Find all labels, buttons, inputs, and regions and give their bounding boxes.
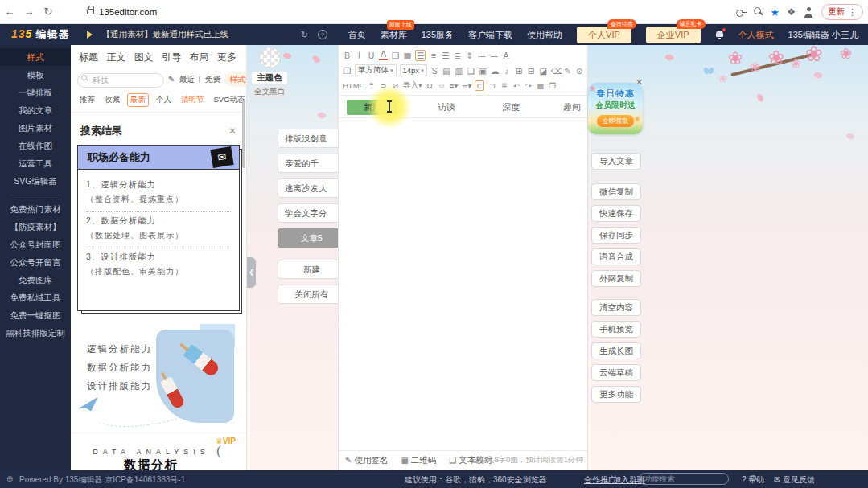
font-color-icon[interactable]: A — [379, 50, 388, 60]
grid-icon[interactable]: ▥ — [455, 66, 463, 76]
free-checkbox[interactable] — [199, 76, 200, 83]
ordered-list-icon[interactable]: ≔ — [477, 51, 486, 60]
cloud-icon[interactable]: ☁ — [491, 66, 500, 76]
help-link[interactable]: ? 帮助 — [742, 474, 764, 486]
extensions-icon[interactable]: ❖ — [787, 6, 796, 18]
style-panel-tab[interactable]: 布局 — [190, 51, 209, 64]
indent-increase-icon[interactable]: ⊐ — [487, 81, 496, 90]
table-icon[interactable]: ▤ — [442, 66, 451, 76]
sign-pen-icon[interactable]: ✎ — [563, 66, 572, 76]
sidebar-item[interactable]: 运营工具 — [0, 154, 71, 172]
import-dropdown[interactable]: 导入▾ — [403, 80, 422, 91]
promo-cta-button[interactable]: 立即领取 — [597, 115, 634, 127]
style-panel-tab[interactable]: 正文 — [106, 51, 125, 64]
style-center-link[interactable]: 样式中心 — [224, 72, 247, 87]
image-icon[interactable]: ▣ — [479, 66, 487, 76]
style-filter[interactable]: 清明节 — [179, 94, 207, 106]
browser-update-button[interactable]: 更新 ⋮ — [821, 4, 863, 20]
eraser-icon[interactable]: ◪ — [539, 66, 548, 76]
editor-action-button[interactable]: 外网复制 — [591, 270, 641, 287]
document-tab[interactable]: 亲爱的千 — [278, 154, 346, 173]
sidebar-item[interactable]: 免费一键抠图 — [0, 306, 71, 324]
category-tab[interactable]: 深度 — [485, 100, 537, 115]
delete-icon[interactable]: ⌫ — [551, 66, 560, 76]
format-clear-icon[interactable]: ≝ — [500, 81, 508, 90]
document-tab-current[interactable]: 文章5 — [278, 228, 346, 248]
indent-decrease-icon[interactable]: ⊏ — [475, 80, 484, 91]
style-panel-tab[interactable]: 引导 — [162, 51, 181, 64]
category-tab[interactable]: 新闻 — [347, 100, 398, 115]
sidebar-item[interactable]: SVG编辑器 — [0, 172, 71, 190]
header-nav-item[interactable]: 使用帮助 — [527, 29, 562, 41]
editor-action-button[interactable]: 生成长图 — [591, 342, 641, 359]
header-nav-item[interactable]: 135服务 — [422, 29, 454, 41]
heading-icon[interactable]: ≣▾ — [462, 81, 472, 90]
align-right-icon[interactable]: ☰ — [441, 51, 450, 60]
notification-bell-icon[interactable] — [715, 30, 724, 39]
document-tab[interactable]: 学会文字分 — [278, 203, 346, 223]
table-tools-icon[interactable]: ▦ — [536, 81, 545, 90]
underline-icon[interactable]: U — [367, 51, 376, 60]
sidebar-item[interactable]: 黑科技排版定制 — [0, 324, 71, 342]
italic-icon[interactable]: I — [355, 51, 364, 60]
new-document-button[interactable]: 新建 — [278, 260, 346, 279]
undo-icon[interactable]: ↶ — [512, 81, 520, 90]
document-tab[interactable]: 逃离沙发大 — [278, 178, 346, 198]
app-logo[interactable]: 135编辑器 — [11, 27, 69, 42]
document-tab[interactable]: 排版没创意 — [278, 129, 346, 148]
letter-spacing-icon[interactable]: A — [501, 51, 510, 60]
sidebar-item[interactable]: 公众号开留言 — [0, 253, 71, 271]
close-all-documents-button[interactable]: 关闭所有 — [278, 285, 346, 304]
align-left-icon[interactable]: ☰ — [415, 50, 426, 61]
omega-icon[interactable]: Ω — [426, 81, 434, 90]
forward-icon[interactable]: → — [19, 6, 39, 18]
address-bar[interactable]: 135editor.com — [99, 7, 157, 17]
link-icon[interactable]: ⊃ — [379, 81, 388, 90]
panel-collapse-handle[interactable]: ❮ — [247, 257, 256, 288]
category-tab[interactable]: 访谈 — [421, 100, 472, 115]
bookmark-star-icon[interactable]: ★ — [771, 6, 780, 18]
music-icon[interactable]: ♪ — [503, 66, 512, 76]
sidebar-item[interactable]: 免费热门素材 — [0, 200, 71, 218]
import-article-button[interactable]: 导入文章 — [591, 153, 641, 170]
close-results-icon[interactable]: ✕ — [228, 125, 237, 137]
header-nav-item[interactable]: 新版上线 素材库 — [381, 29, 407, 41]
qr-code-button[interactable]: ▦二维码 — [401, 455, 436, 466]
style-panel-tab[interactable]: 更多 — [217, 51, 237, 64]
style-panel-tab[interactable]: 图文 — [134, 51, 154, 64]
blockquote-icon[interactable]: ❝ — [367, 81, 376, 90]
fullscreen-icon[interactable]: ❒ — [548, 81, 557, 90]
sidebar-item[interactable]: 【防疫素材】 — [0, 218, 71, 236]
function-search-input[interactable] — [644, 474, 751, 483]
announcement-link[interactable]: 【通用素材】最新通用样式已上线 — [101, 29, 228, 40]
sidebar-item[interactable]: 我的文章 — [0, 101, 71, 119]
back-icon[interactable]: ← — [0, 6, 19, 18]
highlight-color-icon[interactable]: ▩ — [403, 51, 412, 60]
browser-menu-icon[interactable]: ⋮ — [848, 7, 857, 18]
help-circle-icon[interactable]: ? — [318, 30, 327, 39]
editor-action-button[interactable]: 手机预览 — [591, 321, 641, 338]
paragraph-icon[interactable]: ≡▾ — [450, 81, 459, 90]
vip-button[interactable]: 春日特惠 个人VIP — [577, 27, 631, 43]
sidebar-item[interactable]: 免费图库 — [0, 271, 71, 289]
font-family-select[interactable]: 苹方简体▾ — [355, 64, 397, 76]
unlink-icon[interactable]: ⊘ — [391, 81, 400, 90]
new-doc-icon[interactable]: ❐ — [343, 66, 352, 76]
sidebar-item[interactable]: 公众号封面图 — [0, 236, 71, 253]
recent-filter[interactable]: 最近 — [179, 74, 195, 85]
editor-action-button[interactable]: 快速保存 — [591, 205, 641, 222]
sidebar-item[interactable]: 样式 — [0, 48, 71, 66]
sidebar-item[interactable]: 图片素材 — [0, 119, 71, 137]
strikethrough-icon[interactable]: S — [430, 66, 439, 76]
user-account[interactable]: 135编辑器 小三儿 — [788, 29, 858, 41]
panel-scrollbar[interactable] — [242, 100, 245, 168]
style-filter[interactable]: 最新 — [127, 93, 149, 107]
unordered-list-icon[interactable]: ≕ — [489, 51, 498, 60]
divider-icon[interactable]: ⊟ — [527, 66, 536, 76]
editor-action-button[interactable]: 清空内容 — [591, 299, 641, 316]
font-size-select[interactable]: 14px▾ — [400, 64, 427, 76]
align-justify-icon[interactable]: ≣ — [453, 51, 462, 60]
free-filter-label[interactable]: 免费 — [204, 74, 220, 85]
style-panel-tab[interactable]: 标题 — [79, 51, 98, 64]
personal-mode-toggle[interactable]: 个人模式 — [738, 29, 774, 41]
